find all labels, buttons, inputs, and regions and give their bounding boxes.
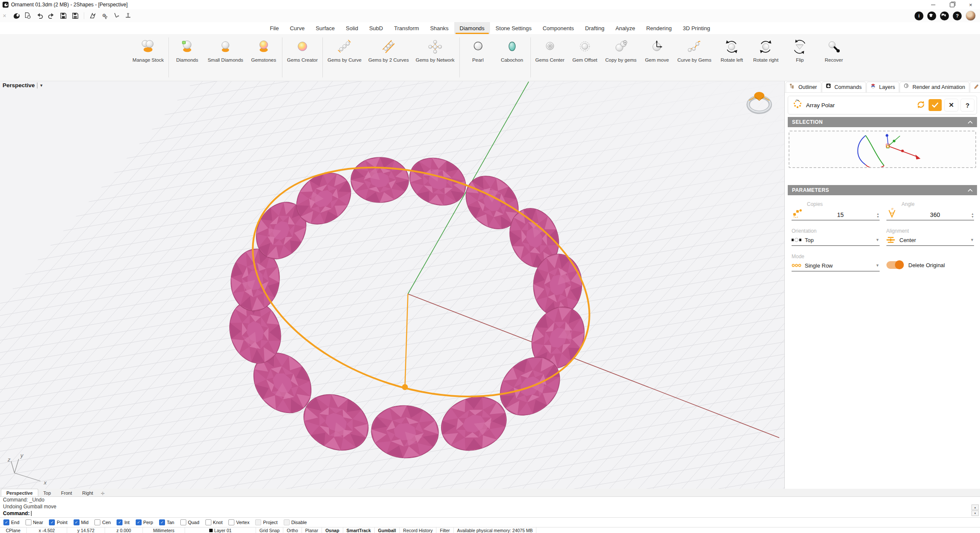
status-gumball[interactable]: Gumball bbox=[375, 527, 400, 533]
ribbon-item-diamonds[interactable]: Diamonds bbox=[170, 34, 204, 81]
ribbon-item-recover[interactable]: Recover bbox=[817, 34, 851, 81]
ribbon-item-gemstones[interactable]: Gemstones bbox=[247, 34, 281, 81]
osnap-end[interactable]: ✓End bbox=[3, 519, 20, 525]
status-cplane[interactable]: CPlane bbox=[0, 527, 27, 533]
chat-icon[interactable] bbox=[940, 11, 949, 20]
help-icon[interactable]: ? bbox=[953, 11, 962, 20]
ribbon-item-small-diamonds[interactable]: Small Diamonds bbox=[204, 34, 247, 81]
status-smarttrack[interactable]: SmartTrack bbox=[343, 527, 375, 533]
help-button[interactable]: ? bbox=[961, 99, 974, 111]
academy-icon[interactable] bbox=[927, 11, 936, 20]
delete-original-toggle[interactable] bbox=[886, 261, 903, 269]
menu-tab-components[interactable]: Components bbox=[537, 22, 580, 34]
viewport-canvas[interactable]: z y x bbox=[0, 81, 785, 489]
menu-tab-drafting[interactable]: Drafting bbox=[579, 22, 610, 34]
status-planar[interactable]: Planar bbox=[302, 527, 322, 533]
user-avatar[interactable] bbox=[966, 11, 976, 21]
panel-tab-outliner[interactable]: Outliner bbox=[786, 82, 821, 92]
menu-tab-transform[interactable]: Transform bbox=[388, 22, 424, 34]
restore-button[interactable] bbox=[943, 0, 961, 9]
osnap-cen[interactable]: Cen bbox=[94, 519, 111, 525]
ribbon-item-rotate-right[interactable]: Rotate right bbox=[749, 34, 783, 81]
command-scroll-down[interactable]: ▼ bbox=[971, 510, 979, 516]
menu-tab-curve[interactable]: Curve bbox=[284, 22, 310, 34]
status-record-history[interactable]: Record History bbox=[400, 527, 436, 533]
ribbon-item-gems-by-curve[interactable]: Gems by Curve bbox=[324, 34, 365, 81]
logo-swirl-icon[interactable] bbox=[10, 11, 21, 21]
status-millimeters[interactable]: Millimeters bbox=[143, 527, 185, 533]
status-layer-01[interactable]: Layer 01 bbox=[185, 527, 256, 533]
selection-section-header[interactable]: SELECTION bbox=[788, 117, 977, 127]
viewport-title[interactable]: Perspective ▼ bbox=[3, 82, 43, 88]
ribbon-item-gems-center[interactable]: Gems Center bbox=[532, 34, 568, 81]
menu-tab-stone-settings[interactable]: Stone Settings bbox=[490, 22, 537, 34]
osnap-vertex[interactable]: Vertex bbox=[228, 519, 249, 525]
menu-tab-3d-printing[interactable]: 3D Printing bbox=[677, 22, 715, 34]
tool-probe-icon[interactable] bbox=[111, 11, 122, 21]
collapse-chevron-icon[interactable] bbox=[968, 121, 973, 124]
angle-stepper[interactable]: ▲▼ bbox=[971, 213, 974, 218]
osnap-perp[interactable]: ✓Perp bbox=[136, 519, 153, 525]
osnap-point[interactable]: ✓Point bbox=[49, 519, 67, 525]
osnap-mid[interactable]: ✓Mid bbox=[74, 519, 89, 525]
osnap-quad[interactable]: Quad bbox=[180, 519, 199, 525]
ribbon-item-gems-by-network[interactable]: Gems by Network bbox=[412, 34, 458, 81]
menu-tab-file[interactable]: File bbox=[265, 22, 285, 34]
checkbox-end[interactable]: ✓ bbox=[3, 519, 9, 525]
checkbox-vertex[interactable] bbox=[228, 519, 234, 525]
alignment-dropdown[interactable]: Center ▼ bbox=[886, 237, 974, 246]
confirm-button[interactable] bbox=[929, 99, 942, 111]
new-viewport-icon[interactable]: ✛ bbox=[98, 491, 107, 496]
menu-tab-diamonds[interactable]: Diamonds bbox=[454, 22, 490, 34]
viewport-tab-top[interactable]: Top bbox=[38, 489, 56, 496]
file-history-icon[interactable] bbox=[22, 11, 33, 21]
toolbar-close-icon[interactable]: ✕ bbox=[3, 13, 6, 19]
panel-tab-materials[interactable]: Materials bbox=[970, 82, 980, 92]
checkbox-perp[interactable]: ✓ bbox=[136, 519, 142, 525]
tool-level-icon[interactable] bbox=[123, 11, 134, 21]
refresh-icon[interactable] bbox=[916, 100, 926, 111]
osnap-disable[interactable]: Disable bbox=[284, 519, 307, 525]
status-filter[interactable]: Filter bbox=[436, 527, 453, 533]
status-osnap[interactable]: Osnap bbox=[322, 527, 343, 533]
menu-tab-solid[interactable]: Solid bbox=[340, 22, 364, 34]
ribbon-item-copy-by-gems[interactable]: Copy by gems bbox=[602, 34, 640, 81]
status-ortho[interactable]: Ortho bbox=[283, 527, 302, 533]
checkbox-disable[interactable] bbox=[284, 519, 290, 525]
save-incremental-icon[interactable] bbox=[70, 11, 81, 21]
checkbox-knot[interactable] bbox=[205, 519, 211, 525]
osnap-near[interactable]: Near bbox=[26, 519, 43, 525]
ribbon-item-gem-move[interactable]: Gem move bbox=[640, 34, 674, 81]
panel-tab-commands[interactable]: Commands bbox=[822, 82, 866, 92]
gem-object[interactable] bbox=[351, 157, 409, 202]
undo-icon[interactable] bbox=[34, 11, 45, 21]
viewport-tab-right[interactable]: Right bbox=[77, 489, 98, 496]
chevron-down-icon[interactable]: ▼ bbox=[40, 83, 43, 88]
status-grid-snap[interactable]: Grid Snap bbox=[256, 527, 283, 533]
menu-tab-shanks[interactable]: Shanks bbox=[424, 22, 454, 34]
checkbox-int[interactable]: ✓ bbox=[117, 519, 122, 525]
collapse-chevron-icon[interactable] bbox=[968, 189, 973, 192]
center-point-marker[interactable] bbox=[402, 384, 408, 390]
ribbon-item-flip[interactable]: Flip bbox=[783, 34, 817, 81]
viewport-tab-perspective[interactable]: Perspective bbox=[1, 489, 38, 496]
copies-stepper[interactable]: ▲▼ bbox=[877, 213, 880, 218]
panel-tab-layers[interactable]: Layers bbox=[866, 82, 900, 92]
checkbox-near[interactable] bbox=[26, 519, 31, 525]
command-scroll-up[interactable]: ▲ bbox=[971, 504, 979, 510]
close-button[interactable]: × bbox=[961, 0, 980, 9]
viewport-3d[interactable]: z y x Perspective ▼ bbox=[0, 81, 785, 489]
ribbon-item-gems-creator[interactable]: Gems Creator bbox=[284, 34, 321, 81]
parameters-section-header[interactable]: PARAMETERS bbox=[788, 185, 977, 195]
ribbon-item-rotate-left[interactable]: Rotate left bbox=[715, 34, 749, 81]
osnap-int[interactable]: ✓Int bbox=[117, 519, 129, 525]
checkbox-project[interactable] bbox=[255, 519, 261, 525]
ribbon-item-cabochon[interactable]: Cabochon bbox=[495, 34, 529, 81]
save-icon[interactable] bbox=[58, 11, 69, 21]
mode-dropdown[interactable]: Single Row ▼ bbox=[792, 262, 880, 271]
minimize-button[interactable] bbox=[924, 0, 943, 9]
checkbox-quad[interactable] bbox=[180, 519, 186, 525]
menu-tab-analyze[interactable]: Analyze bbox=[610, 22, 641, 34]
osnap-project[interactable]: Project bbox=[255, 519, 277, 525]
ribbon-item-manage-stock[interactable]: Manage Stock bbox=[129, 34, 168, 81]
